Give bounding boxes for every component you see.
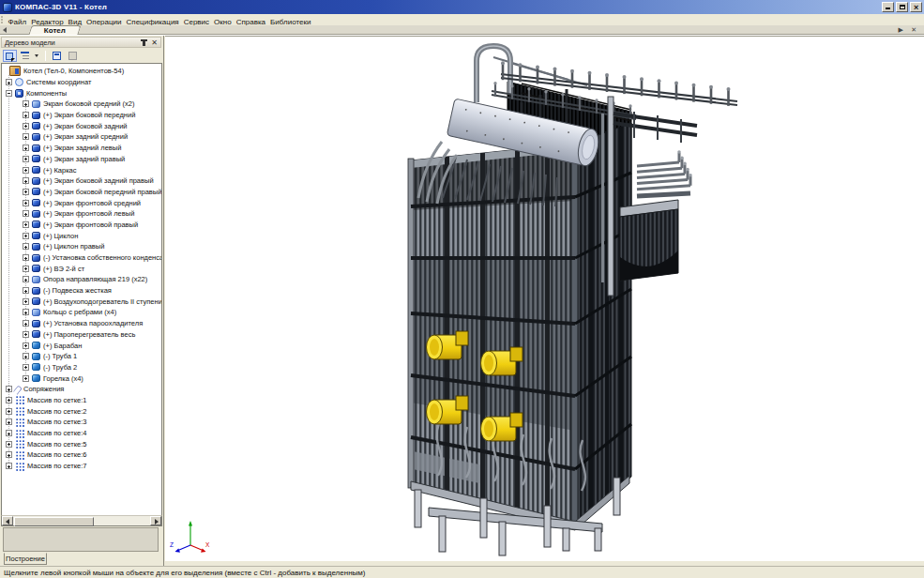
tree-item[interactable]: Сопряжения [2,384,161,395]
selection-filter-button[interactable] [3,50,17,62]
tree-root-item[interactable]: Котел (Тел-0, Компонентов-54) [2,66,161,77]
tree-expander[interactable] [23,309,29,315]
part-icon [32,188,40,195]
scroll-right-button[interactable] [150,516,161,525]
tree-expander[interactable] [23,144,29,151]
scroll-left-button[interactable] [2,516,13,525]
part-light-icon [32,276,40,283]
grid-array-icon [15,462,24,471]
tree-expander[interactable] [23,243,29,250]
tree-expander[interactable] [23,342,29,349]
tree-expander[interactable] [23,100,29,107]
tree-expander[interactable] [23,133,29,140]
tree-expander[interactable] [23,320,29,327]
grid-array-icon [15,450,24,460]
body-icon [32,342,40,349]
part-icon [32,297,40,305]
part-icon [32,265,40,272]
tree-h-scrollbar[interactable] [1,515,162,526]
part-icon [32,166,40,174]
part-icon [32,112,40,119]
tree-expander[interactable] [6,463,12,469]
tree-item[interactable]: Системы координат [2,77,161,88]
document-tab-bar: Котел ▶ ✕ [0,25,924,35]
tree-item[interactable]: Массив по сетке:3 [2,417,161,428]
tab-close-icon[interactable]: ✕ [911,26,916,34]
tab-next-icon[interactable]: ▶ [899,26,903,34]
tree-expander[interactable] [6,418,12,425]
tree-expander[interactable] [23,177,29,184]
tree-expander[interactable] [6,90,12,97]
restore-button[interactable] [896,2,908,12]
tab-scroll-left-icon[interactable] [3,27,7,33]
part-icon [32,232,40,239]
tree-expander[interactable] [23,221,29,228]
tree-expander[interactable] [23,200,29,206]
menu-bar: ФайлРедакторВидОперацииСпецификацияСерви… [0,14,924,25]
part-icon [32,199,40,206]
layout-report-button[interactable] [51,50,65,62]
tree-expander[interactable] [23,123,29,129]
window-title: КОМПАС-3D V11 - Котел [15,3,107,11]
3d-viewport[interactable]: X Z [165,36,924,561]
part-icon [32,210,40,218]
tree-expander[interactable] [23,254,29,261]
grid-array-icon [15,406,24,416]
part-icon [32,254,40,262]
tree-expander[interactable] [23,167,29,174]
app-window: КОМПАС-3D V11 - Котел × ФайлРедакторВидО… [0,0,924,578]
close-button[interactable]: × [910,2,922,12]
tree-expander[interactable] [23,266,29,272]
tree-expander[interactable] [6,441,12,448]
tree-expander[interactable] [6,397,12,403]
tree-expander[interactable] [23,156,29,162]
coordinate-systems-icon [15,78,23,86]
tree-expander[interactable] [6,430,12,436]
tree-item[interactable]: Массив по сетке:4 [2,428,161,439]
tree-expander[interactable] [23,210,29,217]
menu-grip [1,16,4,23]
tree-expander[interactable] [23,233,29,239]
part-light-icon [32,309,40,316]
tree-item[interactable]: Горелка (x4) [2,373,161,384]
panel-close-icon[interactable]: ✕ [151,38,158,47]
axis-triad: X Z [170,521,210,553]
model-tree[interactable]: Котел (Тел-0, Компонентов-54)Системы коо… [1,63,162,515]
part-icon [32,330,40,338]
tree-expander[interactable] [6,451,12,458]
tree-item[interactable]: Массив по сетке:7 [2,461,161,472]
tree-expander[interactable] [23,276,29,282]
part-icon [32,287,40,295]
part-light-icon [32,100,40,108]
tree-expander[interactable] [23,298,29,305]
pin-icon[interactable] [143,39,145,46]
minimize-button[interactable] [882,2,894,12]
scroll-thumb[interactable] [14,517,94,526]
tree-item[interactable]: Массив по сетке:2 [2,405,161,417]
body-icon [32,363,40,371]
tree-expander[interactable] [23,189,29,195]
panel-title: Дерево модели [5,38,55,47]
bottom-tab-postroenie[interactable]: Построение [4,553,47,565]
part-icon [32,221,40,228]
relations-button[interactable] [67,50,81,62]
tree-expander[interactable] [6,79,12,85]
tree-expander[interactable] [6,386,12,392]
tree-expander[interactable] [23,287,29,294]
tree-item[interactable]: Массив по сетке:5 [2,438,161,449]
tree-expander[interactable] [23,353,29,359]
tree-expander[interactable] [23,375,29,382]
part-icon [32,320,40,327]
tree-expander[interactable] [23,364,29,371]
tree-expander[interactable] [23,112,29,118]
status-text: Щелкните левой кнопкой мыши на объекте д… [4,569,365,577]
tree-structure-button[interactable] [19,50,33,62]
grid-array-icon [15,439,24,449]
tree-item[interactable]: Массив по сетке:1 [2,395,161,406]
tree-expander[interactable] [6,408,12,415]
status-bar: Щелкните левой кнопкой мыши на объекте д… [0,566,924,578]
tree-expander[interactable] [23,331,29,338]
panel-header: Дерево модели ✕ [1,37,161,48]
tree-item[interactable]: Массив по сетке:6 [2,449,161,461]
document-tab-kotel[interactable]: Котел [28,25,81,35]
